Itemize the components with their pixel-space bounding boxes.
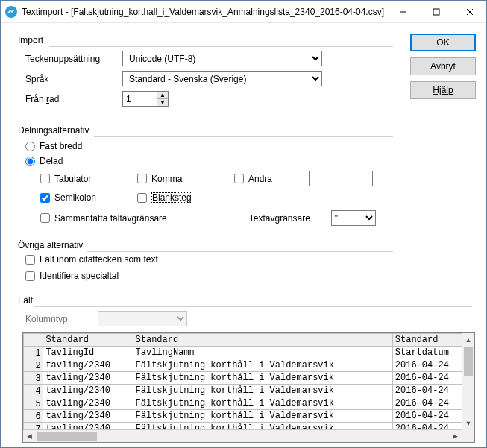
cell[interactable]: Startdatum: [392, 347, 464, 359]
cell[interactable]: tavling/2340: [43, 397, 133, 410]
maximize-button[interactable]: [419, 1, 453, 22]
app-icon: [5, 6, 17, 18]
help-button[interactable]: Hjälp: [410, 81, 476, 99]
cell[interactable]: TavlingNamn: [133, 347, 392, 359]
cell[interactable]: tavling/2340: [43, 359, 133, 372]
group-fields: Fält Kolumntyp StandardStandardStandardS…: [11, 291, 476, 447]
dialog-textimport: Textimport - [Faltskjutning_korthall_i_V…: [0, 0, 487, 448]
minimize-button[interactable]: [386, 1, 419, 22]
cell[interactable]: 2016-04-24: [392, 385, 464, 397]
radio-fixed-width[interactable]: Fast bredd: [25, 141, 82, 151]
check-merge-delim[interactable]: Sammanfatta fältavgränsare: [40, 213, 167, 224]
charset-combo[interactable]: Unicode (UTF-8): [122, 51, 322, 66]
text-delim-combo[interactable]: ": [331, 210, 376, 226]
group-import: Import Teckenuppsättning Unicode (UTF-8)…: [11, 31, 397, 115]
text-delim-label: Textavgränsare: [249, 213, 331, 224]
fromrow-input[interactable]: [122, 91, 157, 107]
window-title: Textimport - [Faltskjutning_korthall_i_V…: [22, 7, 386, 17]
check-other[interactable]: Andra: [234, 174, 309, 184]
row-number: 6: [24, 410, 43, 423]
cell[interactable]: Fältskjutning korthåll i Valdemarsvik: [133, 410, 392, 423]
language-label: Språk: [25, 74, 122, 84]
group-other-label: Övriga alternativ: [18, 240, 86, 250]
check-comma[interactable]: Komma: [137, 174, 234, 184]
cell[interactable]: tavling/2340: [43, 410, 133, 423]
col-header[interactable]: Standard: [43, 334, 133, 347]
titlebar: Textimport - [Faltskjutning_korthall_i_V…: [1, 1, 486, 23]
language-combo[interactable]: Standard - Svenska (Sverige): [122, 71, 322, 86]
svg-rect-1: [433, 9, 439, 15]
cell[interactable]: tavling/2340: [43, 372, 133, 385]
cell[interactable]: Fältskjutning korthåll i Valdemarsvik: [133, 372, 392, 385]
scroll-down-icon[interactable]: ▼: [462, 417, 474, 429]
col-header[interactable]: Standard: [133, 334, 392, 347]
fromrow-label: Från rad: [25, 94, 122, 104]
cell[interactable]: Fältskjutning korthåll i Valdemarsvik: [133, 397, 392, 410]
ok-button[interactable]: OK: [410, 34, 476, 51]
row-number: 4: [24, 385, 43, 397]
group-separator: Delningsalternativ Fast bredd Delad: [11, 121, 397, 230]
radio-delimited[interactable]: Delad: [25, 156, 63, 166]
spin-down-icon[interactable]: ▼: [157, 99, 168, 106]
vscroll-thumb[interactable]: [464, 347, 473, 376]
check-quoted-as-text[interactable]: Fält inom citattecken som text: [25, 254, 396, 265]
cell[interactable]: TavlingId: [43, 347, 133, 359]
coltype-combo: [98, 311, 187, 326]
coltype-label: Kolumntyp: [25, 314, 68, 324]
check-semicolon[interactable]: Semikolon: [40, 192, 137, 203]
cell[interactable]: Fältskjutning korthåll i Valdemarsvik: [133, 359, 392, 372]
group-fields-label: Fält: [18, 295, 36, 306]
scroll-corner: [462, 429, 474, 442]
charset-label: Teckenuppsättning: [25, 54, 122, 64]
hscroll-thumb[interactable]: [37, 432, 97, 441]
group-separator-label: Delningsalternativ: [18, 125, 92, 136]
cancel-button[interactable]: Avbryt: [410, 57, 476, 75]
col-header[interactable]: Standard: [392, 334, 464, 347]
row-number: 3: [24, 372, 43, 385]
check-space[interactable]: Blanksteg: [137, 192, 234, 203]
scroll-right-icon[interactable]: ▶: [449, 430, 462, 442]
cell[interactable]: 2016-04-24: [392, 410, 464, 423]
close-button[interactable]: [453, 1, 486, 22]
row-number: 1: [24, 347, 43, 359]
row-number: 5: [24, 397, 43, 410]
vertical-scrollbar[interactable]: ▲ ▼: [462, 333, 474, 429]
check-tab[interactable]: Tabulator: [40, 174, 137, 184]
group-import-label: Import: [18, 35, 46, 45]
cell[interactable]: 2016-04-24: [392, 397, 464, 410]
cell[interactable]: 2016-04-24: [392, 372, 464, 385]
scroll-up-icon[interactable]: ▲: [462, 333, 474, 346]
scroll-left-icon[interactable]: ◀: [23, 430, 36, 442]
spin-up-icon[interactable]: ▲: [157, 92, 168, 99]
group-other: Övriga alternativ Fält inom citattecken …: [11, 236, 397, 285]
check-detect-special[interactable]: Identifiera specialtal: [25, 271, 396, 281]
cell[interactable]: 2016-04-24: [392, 359, 464, 372]
fromrow-spinner[interactable]: ▲▼: [122, 91, 169, 107]
preview-grid[interactable]: StandardStandardStandardStan1TavlingIdTa…: [22, 332, 475, 443]
cell[interactable]: tavling/2340: [43, 385, 133, 397]
other-separator-input[interactable]: [309, 171, 373, 186]
row-number: 2: [24, 359, 43, 372]
horizontal-scrollbar[interactable]: ◀ ▶: [23, 429, 474, 442]
cell[interactable]: Fältskjutning korthåll i Valdemarsvik: [133, 385, 392, 397]
